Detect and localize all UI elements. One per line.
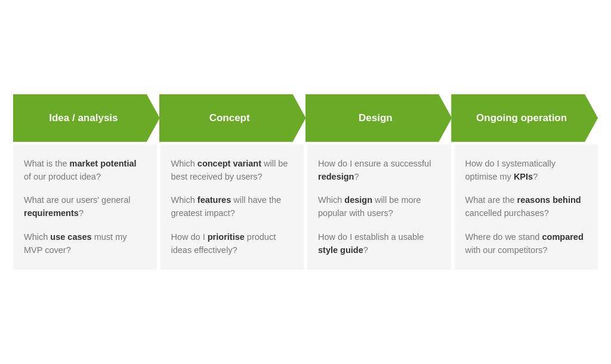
content-col4-item1: How do I systematically optimise my KPIs… bbox=[465, 158, 588, 184]
arrow-design: Design bbox=[306, 94, 452, 142]
main-container: Idea / analysis Concept Design Ongoing o… bbox=[13, 94, 598, 270]
content-col2-item2: Which features will have the greatest im… bbox=[171, 194, 294, 220]
content-row: What is the market potential of our prod… bbox=[13, 144, 598, 270]
arrow-idea-analysis: Idea / analysis bbox=[13, 94, 160, 142]
arrow-label-3: Design bbox=[359, 112, 393, 124]
content-col1-item3: Which use cases must my MVP cover? bbox=[24, 231, 146, 257]
content-col3-item3: How do I establish a usable style guide? bbox=[318, 231, 440, 257]
arrow-label-1: Idea / analysis bbox=[49, 112, 118, 124]
content-col4: How do I systematically optimise my KPIs… bbox=[455, 144, 598, 270]
content-col3-item1: How do I ensure a successful redesign? bbox=[318, 158, 440, 184]
header-row: Idea / analysis Concept Design Ongoing o… bbox=[13, 94, 598, 142]
content-col1: What is the market potential of our prod… bbox=[13, 144, 157, 270]
content-col4-item2: What are the reasons behind cancelled pu… bbox=[465, 194, 588, 220]
content-col2-item3: How do I prioritise product ideas effect… bbox=[171, 231, 294, 257]
content-col3: How do I ensure a successful redesign? W… bbox=[307, 144, 451, 270]
content-col1-item2: What are our users' general requirements… bbox=[24, 194, 146, 220]
arrow-concept: Concept bbox=[159, 94, 306, 142]
content-col3-item2: Which design will be more popular with u… bbox=[318, 194, 440, 220]
content-col2-item1: Which concept variant will be best recei… bbox=[171, 158, 294, 184]
arrow-label-4: Ongoing operation bbox=[476, 112, 567, 124]
arrow-label-2: Concept bbox=[209, 112, 250, 124]
content-col4-item3: Where do we stand compared with our comp… bbox=[465, 231, 588, 257]
content-col1-item1: What is the market potential of our prod… bbox=[24, 158, 146, 184]
arrow-ongoing-operation: Ongoing operation bbox=[451, 94, 598, 142]
content-col2: Which concept variant will be best recei… bbox=[161, 144, 304, 270]
